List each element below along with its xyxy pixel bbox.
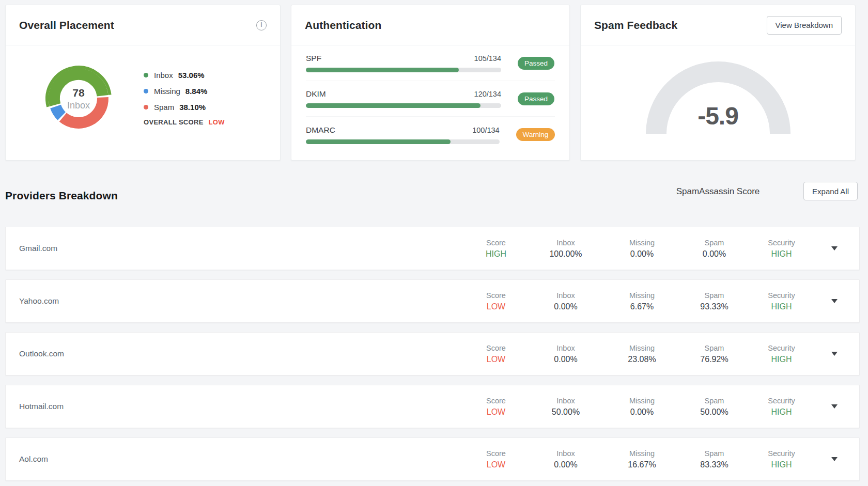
metric-value: 0.00% — [554, 302, 577, 311]
metric-label: Security — [768, 397, 795, 405]
metric-missing: Missing 0.00% — [605, 239, 679, 259]
metric-label: Missing — [629, 239, 655, 247]
progress-fill — [306, 139, 451, 144]
provider-name: Yahoo.com — [19, 296, 465, 306]
metric-value: HIGH — [771, 302, 792, 311]
legend-item-missing: Missing 8.84% — [144, 85, 207, 97]
metric-label: Missing — [629, 344, 655, 352]
spamassassin-score-value: -5.9 — [641, 102, 796, 130]
placement-donut-chart: 78 Inbox — [40, 60, 117, 137]
metric-label: Missing — [629, 397, 655, 405]
auth-dmarc-progress-block: DMARC 100/134 — [306, 126, 500, 144]
chevron-down-icon[interactable] — [831, 299, 838, 303]
metric-label: Inbox — [556, 291, 575, 300]
summary-cards-row: Overall Placement i 78 Inbox Inbox 53.06… — [5, 5, 856, 161]
donut-svg — [40, 60, 117, 137]
metric-label: Spam — [705, 397, 724, 405]
legend-label: Missing — [154, 87, 180, 96]
metric-value: 0.00% — [554, 355, 577, 364]
legend-item-spam: Spam 38.10% — [144, 101, 207, 113]
metric-missing: Missing 16.67% — [605, 449, 679, 469]
status-badge: Warning — [516, 128, 555, 141]
metric-spam: Spam 76.92% — [679, 344, 749, 364]
providers-breakdown-heading: Providers Breakdown — [5, 190, 118, 202]
authentication-card: Authentication SPF 105/134 Passed — [291, 5, 570, 161]
metric-label: Security — [768, 449, 795, 458]
auth-check-name: DMARC — [306, 126, 335, 135]
chevron-down-icon[interactable] — [831, 457, 838, 461]
metric-value: 93.33% — [700, 302, 728, 311]
view-breakdown-button[interactable]: View Breakdown — [767, 16, 842, 35]
metric-label: Security — [768, 291, 795, 300]
metric-label: Score — [486, 344, 506, 352]
metric-value: LOW — [487, 302, 505, 311]
metric-score: Score LOW — [465, 449, 527, 469]
providers-list: Gmail.com Score HIGH Inbox 100.00% Missi… — [5, 227, 860, 486]
metric-security: Security HIGH — [749, 449, 814, 469]
overall-score: OVERALL SCORE LOW — [144, 118, 225, 126]
spamassassin-gauge: -5.9 SpamAssassin Score — [641, 56, 796, 136]
authentication-header: Authentication — [291, 5, 569, 45]
metric-value: 76.92% — [700, 355, 728, 364]
provider-row-gmail[interactable]: Gmail.com Score HIGH Inbox 100.00% Missi… — [5, 227, 860, 270]
metric-value: LOW — [487, 460, 505, 469]
provider-row-aol[interactable]: Aol.com Score LOW Inbox 0.00% Missing 16… — [5, 437, 860, 481]
metric-value: 23.08% — [628, 355, 656, 364]
legend-value: 38.10% — [179, 103, 206, 112]
overall-placement-title: Overall Placement — [19, 19, 114, 32]
donut-spam-segment — [63, 98, 103, 123]
metric-value: LOW — [487, 407, 505, 417]
metric-score: Score HIGH — [465, 239, 527, 259]
metric-inbox: Inbox 50.00% — [527, 397, 605, 417]
metric-security: Security HIGH — [749, 239, 814, 259]
auth-check-name: SPF — [306, 54, 321, 63]
metric-inbox: Inbox 0.00% — [527, 344, 605, 364]
chevron-down-icon[interactable] — [831, 246, 838, 250]
metric-value: 83.33% — [700, 460, 728, 469]
auth-row-dkim: DKIM 120/134 Passed — [306, 81, 555, 117]
overall-placement-card: Overall Placement i 78 Inbox Inbox 53.06… — [5, 5, 281, 161]
overall-score-label: OVERALL SCORE — [144, 118, 204, 126]
metric-missing: Missing 0.00% — [605, 397, 679, 417]
metric-score: Score LOW — [465, 397, 527, 417]
provider-row-hotmail[interactable]: Hotmail.com Score LOW Inbox 50.00% Missi… — [5, 385, 860, 428]
info-icon[interactable]: i — [256, 20, 267, 30]
placement-legend: Inbox 53.06% Missing 8.84% Spam 38.10% — [144, 69, 207, 117]
metric-value: 100.00% — [549, 249, 582, 259]
metric-missing: Missing 6.67% — [605, 291, 679, 311]
donut-missing-segment — [56, 106, 62, 116]
metric-label: Score — [486, 449, 506, 458]
authentication-title: Authentication — [305, 19, 381, 32]
metric-score: Score LOW — [465, 344, 527, 364]
auth-check-count: 105/134 — [474, 54, 501, 62]
metric-missing: Missing 23.08% — [605, 344, 679, 364]
legend-value: 8.84% — [185, 87, 208, 96]
inbox-dot-icon — [144, 73, 148, 77]
metric-security: Security HIGH — [749, 291, 814, 311]
legend-label: Inbox — [154, 71, 173, 80]
metric-label: Spam — [705, 344, 724, 352]
expand-all-button[interactable]: Expand All — [803, 182, 858, 200]
auth-dkim-progress-block: DKIM 120/134 — [306, 89, 501, 108]
legend-item-inbox: Inbox 53.06% — [144, 69, 207, 81]
provider-name: Gmail.com — [19, 244, 465, 253]
chevron-down-icon[interactable] — [831, 404, 838, 409]
donut-inbox-segment — [54, 74, 103, 105]
metric-spam: Spam 83.33% — [679, 449, 749, 469]
metric-spam: Spam 0.00% — [679, 239, 749, 259]
provider-row-yahoo[interactable]: Yahoo.com Score LOW Inbox 0.00% Missing … — [5, 279, 860, 323]
metric-label: Missing — [629, 291, 655, 300]
metric-security: Security HIGH — [749, 344, 814, 364]
provider-row-outlook[interactable]: Outlook.com Score LOW Inbox 0.00% Missin… — [5, 332, 860, 375]
progress-track — [306, 139, 500, 144]
auth-row-dmarc: DMARC 100/134 Warning — [306, 117, 555, 152]
chevron-down-icon[interactable] — [831, 352, 838, 356]
auth-check-name: DKIM — [306, 89, 326, 99]
provider-name: Aol.com — [19, 454, 465, 464]
metric-value: HIGH — [771, 460, 792, 469]
metric-inbox: Inbox 0.00% — [527, 449, 605, 469]
authentication-body: SPF 105/134 Passed DKIM 120/134 — [291, 45, 569, 152]
metric-value: 0.00% — [630, 249, 654, 259]
metric-inbox: Inbox 0.00% — [527, 291, 605, 311]
metric-label: Inbox — [556, 397, 575, 405]
